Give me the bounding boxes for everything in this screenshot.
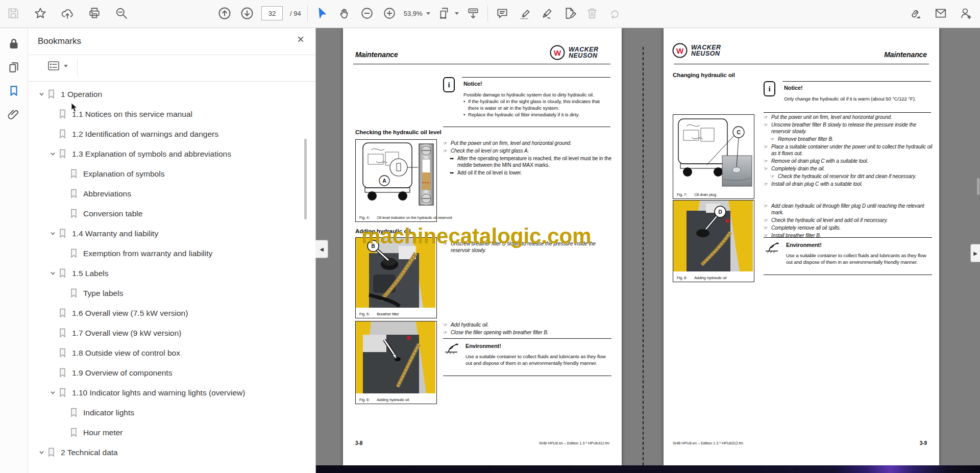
header-rule bbox=[674, 64, 929, 64]
instruction-line: ☞Check the hydraulic oil level and add o… bbox=[764, 217, 933, 223]
environment-icon bbox=[444, 343, 459, 355]
security-lock-icon[interactable] bbox=[6, 36, 21, 52]
chevron-down-icon bbox=[426, 12, 430, 15]
chevron-down-icon[interactable] bbox=[46, 151, 59, 157]
chevron-down-icon[interactable] bbox=[46, 231, 59, 236]
bookmark-item[interactable]: Conversion table bbox=[28, 204, 311, 223]
bookmark-item[interactable]: 1.3 Explanation of symbols and abbreviat… bbox=[28, 144, 311, 164]
bookmark-item[interactable]: 1.9 Overview of components bbox=[28, 363, 311, 383]
bookmark-item[interactable]: Abbreviations bbox=[28, 184, 311, 204]
chevron-down-icon[interactable] bbox=[35, 91, 47, 97]
zoom-level-dropdown[interactable]: 53,9% bbox=[404, 10, 430, 17]
instruction-marker-icon: ☞ bbox=[764, 225, 771, 231]
page-number: 3-8 bbox=[355, 440, 362, 446]
bookmark-label: 1.6 Overall view (7.5 kW version) bbox=[72, 309, 188, 318]
highlighter-icon[interactable] bbox=[517, 5, 533, 21]
figure-caption: Fig. 8: Adding hydraulic oil bbox=[677, 276, 726, 280]
figure-caption-text: Oil drain plug bbox=[694, 192, 716, 197]
next-page-icon[interactable] bbox=[239, 5, 255, 21]
document-canvas[interactable]: Maintenance W WACKER NEUSON i Notice! Po… bbox=[316, 28, 980, 473]
notice-rule bbox=[782, 81, 931, 82]
print-icon[interactable] bbox=[86, 5, 103, 21]
bookmark-item[interactable]: Indicator lights bbox=[28, 403, 311, 422]
bookmark-label: 2 Technical data bbox=[61, 448, 118, 457]
section-heading: Changing hydraulic oil bbox=[673, 72, 735, 78]
bookmark-label: 1.10 Indicator lights and warning lights… bbox=[72, 388, 245, 397]
toolbar-right-group bbox=[908, 5, 974, 21]
bookmark-ribbon-icon bbox=[59, 388, 67, 397]
chevron-down-icon[interactable] bbox=[35, 450, 47, 455]
figure-7: C Fig. 7: Oil drain plug bbox=[673, 114, 754, 199]
bookmark-item[interactable]: 1.5 Labels bbox=[28, 263, 311, 283]
zoom-in-icon[interactable] bbox=[381, 5, 398, 21]
bookmark-label: Hour meter bbox=[83, 428, 123, 437]
bookmark-item[interactable]: 1.2 Identification of warnings and dange… bbox=[28, 124, 311, 144]
bookmark-ribbon-icon bbox=[59, 268, 67, 278]
instruction-marker-icon: ☞ bbox=[443, 321, 451, 328]
instruction-text: Put the power unit on firm, level and ho… bbox=[771, 114, 892, 120]
page-number-input[interactable] bbox=[261, 6, 283, 20]
info-icon: i bbox=[764, 81, 775, 96]
instruction-text: Add clean hydraulic oil through filler p… bbox=[771, 203, 933, 216]
bookmark-item[interactable]: Exemption from warranty and liability bbox=[28, 243, 311, 263]
zoom-out-icon[interactable] bbox=[359, 5, 375, 21]
bookmark-item[interactable]: 1.6 Overall view (7.5 kW version) bbox=[28, 303, 311, 323]
close-icon[interactable]: × bbox=[297, 33, 304, 45]
bookmark-item[interactable]: 1.10 Indicator lights and warning lights… bbox=[28, 383, 311, 403]
instruction-list: ☞Add hydraulic oil.☞Close the filler ope… bbox=[443, 321, 611, 337]
attachments-paperclip-icon[interactable] bbox=[6, 107, 21, 122]
search-icon[interactable] bbox=[113, 5, 130, 21]
share-with-people-icon[interactable] bbox=[958, 5, 974, 21]
instruction-line: ☞Add clean hydraulic oil through filler … bbox=[764, 203, 933, 216]
share-link-icon[interactable] bbox=[908, 5, 924, 21]
bookmark-label: 1.5 Labels bbox=[72, 269, 109, 278]
panel-scrollbar[interactable] bbox=[304, 139, 307, 219]
bookmark-ribbon-icon bbox=[70, 288, 78, 298]
environment-title: Environment! bbox=[786, 242, 822, 248]
document-scrollbar[interactable] bbox=[977, 178, 979, 195]
bookmark-label: 1 Operation bbox=[61, 90, 102, 99]
instruction-text: Completely drain the oil. bbox=[771, 165, 825, 172]
previous-page-icon[interactable] bbox=[216, 5, 233, 21]
sign-pen-icon[interactable] bbox=[539, 5, 555, 21]
save-icon[interactable] bbox=[5, 5, 21, 21]
fill-and-sign-icon[interactable] bbox=[561, 5, 578, 21]
bookmark-options-button[interactable] bbox=[47, 61, 68, 71]
figure-5: B Fig. 5: Breather filter bbox=[355, 237, 437, 318]
redo-icon[interactable] bbox=[606, 5, 623, 21]
bookmark-item[interactable]: 1.7 Overall view (9 kW version) bbox=[28, 323, 311, 343]
instruction-line: ☞Remove oil drain plug C with a suitable… bbox=[764, 158, 933, 164]
bookmarks-panel-icon[interactable] bbox=[6, 83, 21, 98]
panel-divider bbox=[28, 55, 315, 55]
delete-trash-icon[interactable] bbox=[584, 5, 600, 21]
select-tool-icon[interactable] bbox=[314, 5, 330, 21]
chevron-down-icon[interactable] bbox=[46, 270, 59, 276]
expand-tools-panel-button[interactable]: ▶ bbox=[970, 244, 980, 262]
scrolling-mode-icon[interactable] bbox=[465, 5, 481, 21]
bookmark-item[interactable]: 1.4 Warranty and liability bbox=[28, 223, 311, 243]
brand-word-2: NEUSON bbox=[691, 51, 721, 57]
bookmark-item[interactable]: Hour meter bbox=[28, 422, 311, 442]
page-thumbnails-icon[interactable] bbox=[6, 60, 21, 75]
bookmark-ribbon-icon bbox=[59, 368, 67, 378]
bookmark-item[interactable]: 2 Technical data bbox=[28, 442, 311, 462]
bookmark-ribbon-icon bbox=[70, 428, 78, 437]
notice-body: Possible damage to hydraulic system due … bbox=[463, 91, 609, 118]
instruction-line: ☞Put the power unit on firm, level and h… bbox=[443, 140, 611, 146]
upload-cloud-icon[interactable] bbox=[59, 5, 76, 21]
email-icon[interactable] bbox=[933, 5, 949, 21]
bookmark-item[interactable]: 1 Operation bbox=[28, 84, 311, 104]
page-fit-dropdown[interactable] bbox=[436, 5, 459, 21]
instruction-marker-icon: ☞ bbox=[764, 217, 771, 223]
bookmark-label: 1.3 Explanation of symbols and abbreviat… bbox=[72, 150, 231, 159]
bookmark-item[interactable]: 1.8 Outside view of control box bbox=[28, 343, 311, 363]
collapse-panel-button[interactable]: ◀ bbox=[315, 240, 328, 258]
instruction-line: ☞Remove breather filter B. bbox=[764, 136, 933, 142]
comment-icon[interactable] bbox=[494, 5, 510, 21]
toolbar-divider bbox=[307, 5, 308, 21]
bookmark-item[interactable]: Type labels bbox=[28, 283, 311, 303]
star-bookmark-icon[interactable] bbox=[32, 5, 48, 21]
chevron-down-icon[interactable] bbox=[46, 390, 59, 395]
bookmark-item[interactable]: Explanation of symbols bbox=[28, 164, 311, 184]
hand-tool-icon[interactable] bbox=[336, 5, 353, 21]
